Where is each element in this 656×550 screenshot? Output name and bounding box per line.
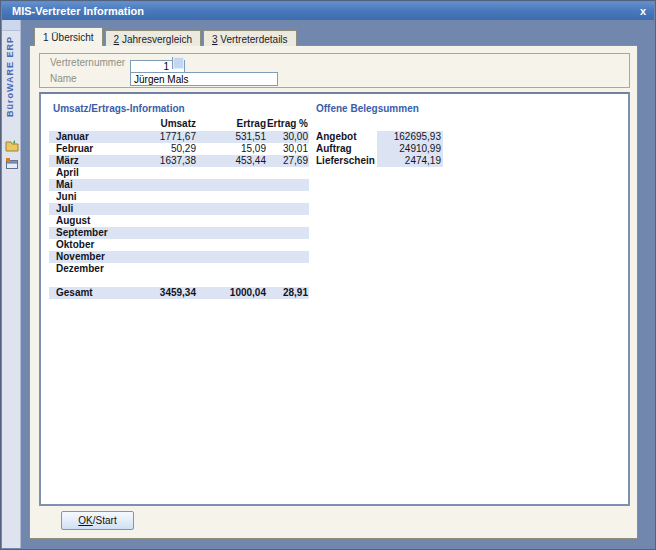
tab-bar: 1 Übersicht 2 Jahresvergleich 3 Vertrete…: [34, 27, 297, 46]
tab-label: Vertreterdetails: [220, 34, 287, 45]
beleg-row: Lieferschein2474,19: [316, 155, 446, 167]
tab-jahresvergleich[interactable]: 2 Jahresvergleich: [105, 30, 201, 46]
total-ertrag: 1000,04: [196, 287, 266, 299]
ok-label-rest: /Start: [93, 515, 117, 526]
ertrag-cell: [196, 179, 266, 191]
beleg-rows: Angebot162695,93Auftrag24910,99Liefersch…: [316, 131, 446, 167]
name-input[interactable]: [130, 72, 278, 86]
ertrag_pct-cell: [266, 191, 308, 203]
table-row: März1637,38453,4427,69: [49, 155, 309, 167]
ertrag_pct-cell: 30,01: [266, 143, 308, 155]
window-title: MIS-Vertreter Information: [12, 2, 144, 20]
table-row: Februar50,2915,0930,01: [49, 143, 309, 155]
ertrag-cell: [196, 215, 266, 227]
table-row: April: [49, 167, 309, 179]
beleg-value: 24910,99: [377, 143, 443, 155]
month-cell: Januar: [56, 131, 144, 143]
ertrag-cell: [196, 239, 266, 251]
month-cell: August: [56, 215, 144, 227]
ertrag_pct-cell: [266, 239, 308, 251]
month-cell: Juli: [56, 203, 144, 215]
beleg-row: Angebot162695,93: [316, 131, 446, 143]
umsatz-cell: [144, 227, 196, 239]
tab-uebersicht[interactable]: 1 Übersicht: [34, 27, 103, 46]
month-cell: Mai: [56, 179, 144, 191]
ertrag_pct-cell: [266, 215, 308, 227]
ertrag-cell: 15,09: [196, 143, 266, 155]
month-cell: April: [56, 167, 144, 179]
ertrag-cell: [196, 191, 266, 203]
table-row: Juni: [49, 191, 309, 203]
mis-vertreter-window: MIS-Vertreter Information x BüroWARE ERP…: [0, 0, 656, 550]
table-row: Dezember: [49, 263, 309, 275]
beleg-value: 162695,93: [377, 131, 443, 143]
lookup-spinner-button[interactable]: [172, 57, 184, 69]
umsatz-cell: 1637,38: [144, 155, 196, 167]
month-cell: Oktober: [56, 239, 144, 251]
ertrag-cell: [196, 227, 266, 239]
umsatz-cell: [144, 191, 196, 203]
beleg-section-title: Offene Belegsummen: [316, 103, 419, 114]
ertrag-cell: 453,44: [196, 155, 266, 167]
ertrag-cell: [196, 251, 266, 263]
table-row: Mai: [49, 179, 309, 191]
total-ertrag-pct: 28,91: [266, 287, 308, 299]
ok-label-hotkey: OK: [78, 515, 92, 526]
month-cell: November: [56, 251, 144, 263]
umsatz-cell: [144, 215, 196, 227]
umsatz-cell: 1771,67: [144, 131, 196, 143]
open-folder-icon[interactable]: [5, 138, 19, 151]
ok-start-button[interactable]: OK/Start: [61, 511, 134, 530]
month-cell: September: [56, 227, 144, 239]
ertrag-cell: 531,51: [196, 131, 266, 143]
table-row: November: [49, 251, 309, 263]
window-list-icon[interactable]: [5, 156, 19, 169]
ertrag-cell: [196, 263, 266, 275]
month-cell: Juni: [56, 191, 144, 203]
umsatz-cell: [144, 179, 196, 191]
content-panel: Umsatz/Ertrags-Information Umsatz Ertrag…: [39, 92, 630, 506]
table-header: Umsatz Ertrag Ertrag %: [49, 118, 309, 130]
umsatz-cell: [144, 239, 196, 251]
table-row: Oktober: [49, 239, 309, 251]
ertrag-pct-column-header: Ertrag %: [266, 118, 308, 130]
table-row: September: [49, 227, 309, 239]
ertrag_pct-cell: 30,00: [266, 131, 308, 143]
vertreternummer-field: [130, 56, 185, 70]
tab-number: 1: [43, 32, 49, 43]
vertreternummer-label: Vertreternummer: [50, 57, 125, 68]
total-umsatz: 3459,34: [144, 287, 196, 299]
ertrag-cell: [196, 203, 266, 215]
ertrag_pct-cell: [266, 227, 308, 239]
sidebar-top-button[interactable]: [2, 20, 20, 31]
brand-logo: BüroWARE ERP: [5, 36, 18, 117]
sidebar: BüroWARE ERP: [2, 20, 21, 548]
table-row: Januar1771,67531,5130,00: [49, 131, 309, 143]
umsatz-cell: [144, 263, 196, 275]
ertrag-cell: [196, 167, 266, 179]
table-row: August: [49, 215, 309, 227]
tab-number: 3: [212, 34, 218, 45]
table-row: Juli: [49, 203, 309, 215]
ertrag_pct-cell: [266, 251, 308, 263]
umsatz-cell: [144, 251, 196, 263]
ertrag-column-header: Ertrag: [196, 118, 266, 130]
total-label: Gesamt: [56, 287, 144, 299]
titlebar[interactable]: MIS-Vertreter Information x: [2, 2, 654, 20]
close-icon[interactable]: x: [640, 3, 646, 19]
umsatz-cell: [144, 167, 196, 179]
month-cell: Dezember: [56, 263, 144, 275]
name-label: Name: [50, 73, 77, 84]
ertrag_pct-cell: [266, 263, 308, 275]
header-form: Vertreternummer Name: [39, 53, 630, 88]
tab-vertreterdetails[interactable]: 3 Vertreterdetails: [203, 30, 297, 46]
month-column-header: [56, 118, 144, 130]
tab-label: Übersicht: [51, 32, 93, 43]
ertrag_pct-cell: [266, 203, 308, 215]
beleg-label: Auftrag: [316, 143, 377, 155]
umsatz-cell: [144, 203, 196, 215]
beleg-row: Auftrag24910,99: [316, 143, 446, 155]
month-cell: März: [56, 155, 144, 167]
ertrag_pct-cell: [266, 179, 308, 191]
beleg-value: 2474,19: [377, 155, 443, 167]
